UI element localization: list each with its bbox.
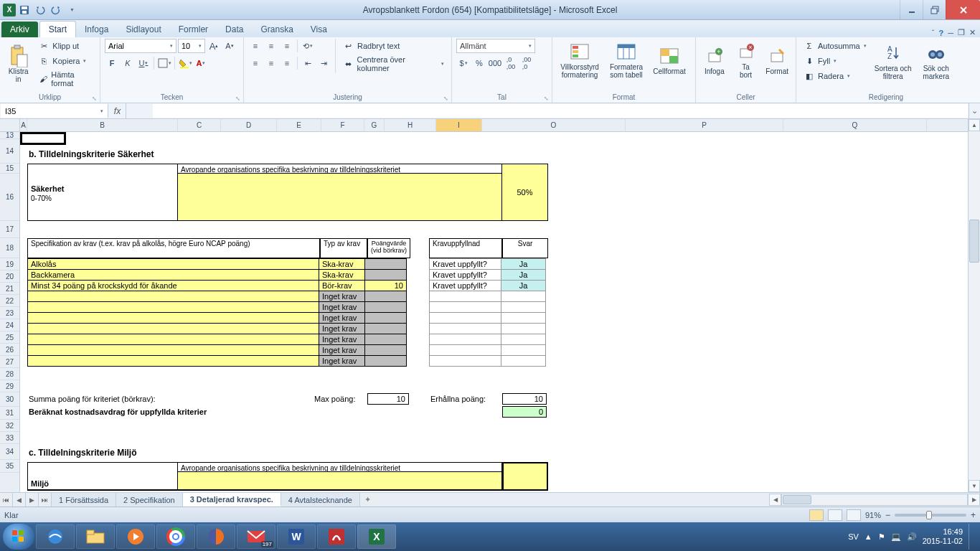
col-header[interactable]: I bbox=[436, 119, 482, 131]
font-size-combo[interactable]: 10▾ bbox=[178, 39, 205, 53]
taskbar-word[interactable]: W bbox=[277, 524, 316, 549]
delete-cells-button[interactable]: ×Ta bort bbox=[732, 39, 760, 80]
align-bottom-icon[interactable]: ≡ bbox=[280, 39, 294, 53]
sheet-tab[interactable]: 4 Avtalstecknande bbox=[281, 493, 360, 507]
zoom-slider-thumb[interactable] bbox=[926, 511, 932, 519]
comma-format-icon[interactable]: 000 bbox=[488, 56, 502, 70]
decrease-font-icon[interactable]: A▾ bbox=[222, 39, 237, 53]
align-left-icon[interactable]: ≡ bbox=[248, 56, 263, 70]
tab-nav-next-icon[interactable]: ▶ bbox=[26, 493, 39, 507]
taskbar-firefox[interactable] bbox=[197, 524, 235, 549]
tray-lang[interactable]: SV bbox=[848, 532, 859, 541]
file-tab[interactable]: Arkiv bbox=[1, 22, 38, 37]
sheet-tab[interactable]: 2 Specifikation bbox=[116, 493, 183, 507]
tab-sidlayout[interactable]: Sidlayout bbox=[117, 22, 169, 37]
tab-visa[interactable]: Visa bbox=[302, 22, 336, 37]
align-right-icon[interactable]: ≡ bbox=[280, 56, 294, 70]
workbook-restore-icon[interactable]: ❐ bbox=[958, 28, 965, 37]
sheet-tab[interactable]: 3 Detaljerad kravspec. bbox=[183, 493, 281, 507]
align-center-icon[interactable]: ≡ bbox=[264, 56, 278, 70]
col-header[interactable]: G bbox=[364, 119, 385, 131]
row-header[interactable]: 16 bbox=[0, 174, 19, 221]
clear-button[interactable]: ◧Radera▾ bbox=[801, 69, 870, 83]
section-c-weight[interactable] bbox=[502, 462, 548, 491]
merge-center-button[interactable]: ⬌Centrera över kolumner▾ bbox=[340, 54, 447, 74]
number-format-combo[interactable]: Allmänt▾ bbox=[456, 39, 535, 53]
close-button[interactable] bbox=[946, 0, 980, 19]
increase-indent-icon[interactable]: ⇥ bbox=[316, 56, 331, 70]
section-b-desc-area[interactable] bbox=[178, 174, 502, 221]
dialog-launcher-icon[interactable]: ⤡ bbox=[92, 95, 97, 102]
scroll-thumb[interactable] bbox=[969, 220, 979, 263]
start-button[interactable] bbox=[3, 524, 34, 550]
format-as-table-button[interactable]: Formatera som tabell bbox=[606, 39, 647, 80]
row-header[interactable]: 31 bbox=[0, 407, 19, 420]
row-header[interactable]: 33 bbox=[0, 432, 19, 444]
align-middle-icon[interactable]: ≡ bbox=[264, 39, 278, 53]
taskbar-explorer[interactable] bbox=[76, 524, 115, 549]
qat-customize-icon[interactable]: ▼ bbox=[65, 3, 79, 17]
fx-icon[interactable]: fx bbox=[109, 103, 126, 118]
row-header[interactable]: 24 bbox=[0, 319, 19, 331]
conditional-formatting-button[interactable]: Villkorsstyrd formatering bbox=[557, 39, 603, 80]
zoom-out-icon[interactable]: − bbox=[885, 510, 890, 520]
cell-styles-button[interactable]: Cellformat bbox=[650, 39, 689, 80]
tray-up-icon[interactable]: ▲ bbox=[864, 532, 872, 541]
dialog-launcher-icon[interactable]: ⤡ bbox=[443, 95, 448, 102]
increase-font-icon[interactable]: A▴ bbox=[207, 39, 221, 53]
horizontal-scrollbar[interactable] bbox=[781, 494, 968, 506]
row-header[interactable]: 13 bbox=[0, 132, 19, 139]
row-header[interactable]: 23 bbox=[0, 307, 19, 319]
restore-button[interactable] bbox=[923, 0, 946, 19]
zoom-level[interactable]: 91% bbox=[865, 511, 881, 519]
hscroll-thumb[interactable] bbox=[783, 495, 811, 504]
increase-decimal-icon[interactable]: ,0,00 bbox=[504, 56, 518, 70]
tray-flag-icon[interactable]: ⚑ bbox=[878, 532, 885, 542]
workbook-minimize-icon[interactable]: ─ bbox=[948, 29, 953, 37]
cells-content[interactable]: b. Tilldelningskriterie Säkerhet Säkerhe… bbox=[20, 132, 980, 492]
align-top-icon[interactable]: ≡ bbox=[248, 39, 263, 53]
tab-nav-prev-icon[interactable]: ◀ bbox=[13, 493, 26, 507]
row-header[interactable]: 30 bbox=[0, 392, 19, 407]
name-box[interactable]: I35▾ bbox=[1, 104, 108, 118]
row-header[interactable]: 28 bbox=[0, 368, 19, 380]
minimize-button[interactable] bbox=[900, 0, 923, 19]
find-select-button[interactable]: Sök och markera bbox=[917, 39, 956, 83]
view-layout-icon[interactable] bbox=[828, 509, 842, 521]
bold-button[interactable]: F bbox=[105, 56, 119, 70]
row-header[interactable]: 22 bbox=[0, 295, 19, 307]
fill-button[interactable]: ⬇Fyll▾ bbox=[801, 54, 870, 68]
taskbar-mediaplayer[interactable] bbox=[116, 524, 155, 549]
col-header[interactable]: C bbox=[178, 119, 221, 131]
copy-button[interactable]: ⎘Kopiera▾ bbox=[35, 54, 95, 68]
col-header[interactable]: A bbox=[20, 119, 27, 131]
col-header[interactable]: E bbox=[277, 119, 321, 131]
taskbar-mail[interactable]: 197 bbox=[237, 524, 275, 549]
selected-cell[interactable] bbox=[20, 132, 66, 145]
workbook-close-icon[interactable]: ✕ bbox=[969, 28, 976, 37]
zoom-in-icon[interactable]: + bbox=[971, 510, 976, 520]
decrease-decimal-icon[interactable]: ,00,0 bbox=[519, 56, 534, 70]
section-c-desc-area[interactable] bbox=[178, 472, 502, 491]
sheet-tab[interactable]: 1 Försättssida bbox=[52, 493, 116, 507]
format-cells-button[interactable]: Format bbox=[763, 39, 791, 80]
taskbar-excel[interactable]: X bbox=[357, 524, 396, 549]
vertical-scrollbar[interactable]: ▲ ▼ bbox=[968, 119, 980, 492]
dialog-launcher-icon[interactable]: ⤡ bbox=[544, 95, 549, 102]
zoom-slider[interactable] bbox=[895, 514, 966, 517]
row-header[interactable]: 26 bbox=[0, 344, 19, 356]
tab-infoga[interactable]: Infoga bbox=[76, 22, 117, 37]
view-pagebreak-icon[interactable] bbox=[847, 509, 861, 521]
tab-data[interactable]: Data bbox=[217, 22, 252, 37]
font-color-button[interactable]: A▾ bbox=[194, 56, 208, 70]
col-header[interactable]: D bbox=[221, 119, 277, 131]
col-header[interactable]: O bbox=[482, 119, 626, 131]
row-header[interactable]: 34 bbox=[0, 444, 19, 460]
col-header[interactable]: H bbox=[385, 119, 436, 131]
row-header[interactable]: 18 bbox=[0, 238, 19, 258]
spec-table[interactable]: AlkolåsSka-kravBackkameraSka-kravMinst 3… bbox=[27, 258, 407, 367]
show-desktop-button[interactable] bbox=[969, 524, 974, 550]
scroll-down-icon[interactable]: ▼ bbox=[969, 480, 980, 492]
col-header[interactable]: F bbox=[321, 119, 364, 131]
fill-color-button[interactable]: ▾ bbox=[178, 56, 192, 70]
